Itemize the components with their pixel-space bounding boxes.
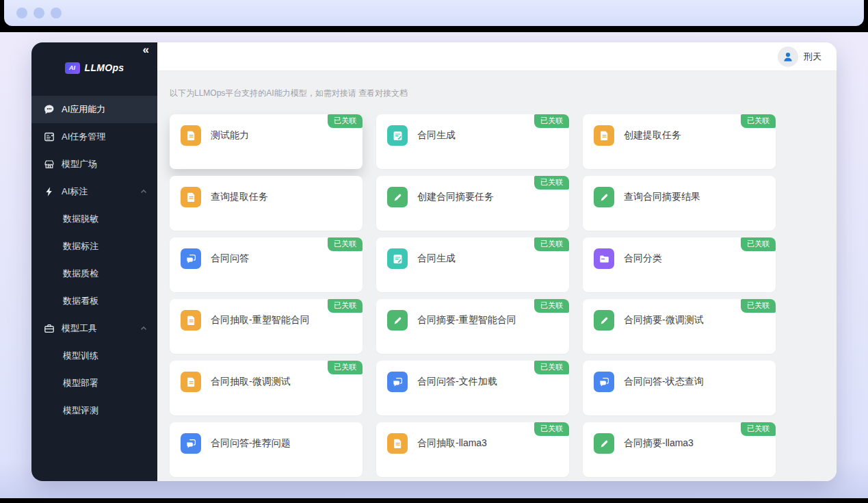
capability-card[interactable]: 已关联 合同摘要-llama3 bbox=[583, 422, 776, 477]
card-title: 查询提取任务 bbox=[211, 191, 268, 203]
linked-badge: 已关联 bbox=[534, 237, 569, 251]
sidebar-subitem[interactable]: 数据脱敏 bbox=[31, 205, 157, 233]
sidebar-item[interactable]: 模型广场 bbox=[31, 151, 157, 178]
capability-card[interactable]: 合同问答-状态查询 bbox=[583, 361, 776, 415]
card-title: 合同抽取-微调测试 bbox=[211, 376, 291, 388]
collapse-sidebar-icon[interactable]: « bbox=[143, 44, 149, 55]
linked-badge: 已关联 bbox=[741, 237, 776, 251]
pencil-icon bbox=[387, 187, 408, 207]
card-title: 合同问答-文件加载 bbox=[417, 376, 497, 388]
window-control-dot[interactable] bbox=[51, 8, 62, 18]
app-logo: AI LLMOps bbox=[65, 62, 124, 74]
app-title: LLMOps bbox=[85, 62, 124, 73]
sidebar-subitem[interactable]: 模型训练 bbox=[31, 342, 157, 370]
pencil-icon bbox=[594, 433, 614, 454]
sidebar-subitem[interactable]: 模型部署 bbox=[31, 370, 157, 397]
capability-card[interactable]: 已关联 合同生成 bbox=[376, 114, 569, 169]
linked-badge: 已关联 bbox=[741, 299, 776, 313]
card-grid: 已关联 测试能力 已关联 合同生成 已关联 创建提取任务 查询提取任务 已关联 … bbox=[170, 114, 824, 477]
capability-card[interactable]: 已关联 合同问答-文件加载 bbox=[376, 361, 569, 415]
chevron-up-icon[interactable] bbox=[140, 188, 148, 196]
sidebar-item[interactable]: AI应用能力 bbox=[31, 96, 157, 123]
card-title: 合同抽取-llama3 bbox=[417, 437, 487, 450]
logo-icon: AI bbox=[65, 62, 80, 74]
card-title: 创建合同摘要任务 bbox=[417, 191, 494, 203]
sidebar-item-label: AI应用能力 bbox=[62, 103, 148, 116]
user-name[interactable]: 刑天 bbox=[804, 51, 821, 63]
linked-badge: 已关联 bbox=[534, 176, 569, 190]
card-title: 合同生成 bbox=[417, 253, 456, 265]
capability-card[interactable]: 查询提取任务 bbox=[170, 176, 363, 231]
capability-card[interactable]: 已关联 测试能力 bbox=[170, 114, 363, 169]
document-pen-icon bbox=[387, 248, 408, 269]
card-title: 合同抽取-重塑智能合同 bbox=[211, 314, 310, 326]
card-title: 合同问答-推荐问题 bbox=[211, 437, 291, 450]
sidebar-subitem[interactable]: 数据质检 bbox=[31, 260, 157, 287]
chat-bubble-icon bbox=[44, 104, 55, 115]
task-board-icon bbox=[44, 131, 55, 142]
card-title: 合同生成 bbox=[417, 129, 456, 142]
linked-badge: 已关联 bbox=[741, 114, 776, 128]
linked-badge: 已关联 bbox=[534, 114, 569, 128]
linked-badge: 已关联 bbox=[328, 114, 363, 128]
capability-card[interactable]: 已关联 合同问答 bbox=[170, 237, 363, 292]
sidebar-item-label: AI标注 bbox=[62, 185, 133, 198]
capability-card[interactable]: 已关联 合同生成 bbox=[376, 237, 569, 292]
capability-card[interactable]: 合同问答-推荐问题 bbox=[170, 422, 363, 477]
top-header: 刑天 bbox=[157, 42, 837, 71]
notice-label: 以下为LLMOps平台支持的AI能力模型，如需对接请 bbox=[170, 88, 358, 98]
app-window: AI LLMOps « AI应用能力AI任务管理模型广场AI标注数据脱敏数据标注… bbox=[31, 42, 837, 481]
window-control-dot[interactable] bbox=[34, 8, 44, 18]
pencil-icon bbox=[387, 310, 408, 331]
window-control-dot[interactable] bbox=[16, 8, 27, 18]
sidebar-item[interactable]: AI标注 bbox=[31, 178, 157, 205]
sidebar-menu: AI应用能力AI任务管理模型广场AI标注数据脱敏数据标注数据质检数据看板模型工具… bbox=[31, 96, 157, 424]
sidebar-subitem[interactable]: 数据标注 bbox=[31, 233, 157, 260]
linked-badge: 已关联 bbox=[328, 237, 363, 251]
main-panel: 刑天 以下为LLMOps平台支持的AI能力模型，如需对接请 查看对接文档 已关联… bbox=[157, 42, 837, 481]
document-icon bbox=[181, 372, 201, 392]
sidebar: AI LLMOps « AI应用能力AI任务管理模型广场AI标注数据脱敏数据标注… bbox=[31, 42, 157, 481]
capability-card[interactable]: 已关联 合同抽取-重塑智能合同 bbox=[170, 299, 363, 354]
linked-badge: 已关联 bbox=[534, 299, 569, 313]
folder-icon bbox=[594, 248, 614, 269]
sidebar-item-label: 模型广场 bbox=[62, 158, 148, 170]
document-icon bbox=[387, 433, 408, 454]
chevron-up-icon[interactable] bbox=[140, 324, 148, 333]
user-avatar[interactable] bbox=[778, 47, 798, 67]
market-icon bbox=[44, 159, 55, 170]
document-icon bbox=[181, 125, 201, 146]
capability-card[interactable]: 已关联 合同抽取-微调测试 bbox=[170, 361, 363, 415]
toolbox-icon bbox=[44, 323, 55, 334]
chat-icon bbox=[181, 248, 201, 269]
capability-card[interactable]: 已关联 创建提取任务 bbox=[583, 114, 776, 169]
content-area: 以下为LLMOps平台支持的AI能力模型，如需对接请 查看对接文档 已关联 测试… bbox=[157, 71, 837, 481]
sidebar-item-label: AI任务管理 bbox=[62, 131, 148, 143]
card-title: 合同摘要-重塑智能合同 bbox=[417, 314, 516, 326]
sidebar-subitem[interactable]: 数据看板 bbox=[31, 287, 157, 315]
card-title: 创建提取任务 bbox=[624, 129, 681, 142]
docs-link[interactable]: 查看对接文档 bbox=[358, 88, 408, 98]
linked-badge: 已关联 bbox=[534, 422, 569, 436]
capability-card[interactable]: 已关联 合同分类 bbox=[583, 237, 776, 292]
lightning-icon bbox=[44, 186, 55, 197]
capability-card[interactable]: 已关联 创建合同摘要任务 bbox=[376, 176, 569, 231]
sidebar-header: AI LLMOps « bbox=[31, 42, 157, 83]
linked-badge: 已关联 bbox=[328, 299, 363, 313]
capability-card[interactable]: 已关联 合同摘要-重塑智能合同 bbox=[376, 299, 569, 354]
chat-icon bbox=[181, 433, 201, 454]
capability-card[interactable]: 已关联 合同摘要-微调测试 bbox=[583, 299, 776, 354]
capability-card[interactable]: 查询合同摘要结果 bbox=[583, 176, 776, 231]
linked-badge: 已关联 bbox=[328, 361, 363, 374]
window-titlebar bbox=[4, 0, 864, 26]
sidebar-subitem[interactable]: 模型评测 bbox=[31, 397, 157, 424]
pencil-icon bbox=[594, 310, 614, 331]
capability-card[interactable]: 已关联 合同抽取-llama3 bbox=[376, 422, 569, 477]
page-background: AI LLMOps « AI应用能力AI任务管理模型广场AI标注数据脱敏数据标注… bbox=[0, 32, 868, 498]
document-icon bbox=[594, 125, 614, 146]
sidebar-item-label: 模型工具 bbox=[62, 322, 133, 335]
notice-text: 以下为LLMOps平台支持的AI能力模型，如需对接请 查看对接文档 bbox=[170, 88, 824, 99]
sidebar-item[interactable]: 模型工具 bbox=[31, 315, 157, 342]
card-title: 合同问答-状态查询 bbox=[624, 376, 704, 388]
sidebar-item[interactable]: AI任务管理 bbox=[31, 123, 157, 151]
